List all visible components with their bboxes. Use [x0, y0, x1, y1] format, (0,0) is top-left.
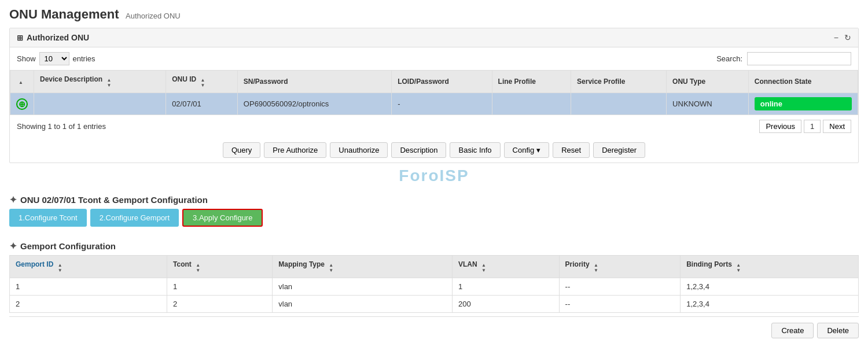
col-connection-state: Connection State [748, 71, 858, 93]
bottom-buttons: Create Delete [9, 316, 859, 341]
table-header-row: ▲ Device Description ▲▼ ONU ID ▲▼ SN/Pas… [10, 71, 858, 93]
col-line-profile: Line Profile [492, 71, 571, 93]
col-onu-id: ONU ID ▲▼ [166, 71, 238, 93]
table-row[interactable]: ⊕ 02/07/01 OP6900560092/optronics - UNKN… [10, 93, 858, 115]
onu-section-title-text: ONU 02/07/01 Tcont & Gemport Configurati… [20, 195, 208, 205]
sort-mapping: ▲▼ [329, 263, 333, 273]
pagination: Previous 1 Next [759, 120, 851, 133]
gemport-col-tcont: Tcont ▲▼ [167, 256, 273, 278]
unauthorize-button[interactable]: Unauthorize [330, 142, 388, 158]
gemport-id-1: 1 [10, 278, 167, 296]
gemport-section-title-text: Gemport Configuration [20, 241, 116, 251]
gemport-col-priority: Priority ▲▼ [559, 256, 681, 278]
row-select-circle[interactable]: ⊕ [16, 98, 28, 110]
minimize-icon[interactable]: − [834, 33, 838, 42]
gemport-table: Gemport ID ▲▼ Tcont ▲▼ Mapping Type ▲▼ [9, 255, 859, 313]
mapping-type-1: vlan [273, 278, 453, 296]
sort-binding: ▲▼ [736, 263, 741, 273]
priority-2: -- [559, 296, 681, 313]
row-onu-id: 02/07/01 [166, 93, 238, 115]
status-badge: online [755, 97, 852, 110]
gemport-col-vlan: VLAN ▲▼ [452, 256, 559, 278]
watermark: ForoISP [9, 163, 859, 189]
gemport-section: ✦ Gemport Configuration Gemport ID ▲▼ Tc… [9, 235, 859, 341]
gemport-row-1[interactable]: 1 1 vlan 1 -- 1,2,3,4 [10, 278, 859, 296]
tab-configure-tcont[interactable]: 1.Configure Tcont [9, 209, 87, 227]
sort-icon-select: ▲ [19, 80, 23, 85]
row-line-profile [492, 93, 571, 115]
page-subtitle: Authorized ONU [126, 12, 181, 20]
row-connection-state: online [748, 93, 858, 115]
sort-vlan: ▲▼ [481, 263, 486, 273]
table-footer: Showing 1 to 1 of 1 entries Previous 1 N… [10, 115, 858, 138]
deregister-button[interactable]: Deregister [593, 142, 645, 158]
sort-gemport-id: ▲▼ [58, 263, 62, 273]
page-number: 1 [804, 120, 821, 133]
entries-select[interactable]: 10 25 50 100 [39, 52, 69, 65]
row-select-cell[interactable]: ⊕ [10, 93, 34, 115]
gemport-section-title: ✦ Gemport Configuration [9, 235, 859, 255]
gemport-header-row: Gemport ID ▲▼ Tcont ▲▼ Mapping Type ▲▼ [10, 256, 859, 278]
row-service-profile [571, 93, 667, 115]
tab-apply-configure[interactable]: 3.Apply Configure [182, 209, 263, 227]
col-service-profile: Service Profile [571, 71, 667, 93]
col-onu-type: ONU Type [667, 71, 749, 93]
row-loid-password: - [392, 93, 492, 115]
col-loid-password: LOID/Password [392, 71, 492, 93]
delete-button[interactable]: Delete [817, 323, 859, 338]
search-bar: Search: [716, 52, 851, 65]
gemport-col-id: Gemport ID ▲▼ [10, 256, 167, 278]
pre-authorize-button[interactable]: Pre Authorize [264, 142, 326, 158]
previous-button[interactable]: Previous [759, 120, 801, 133]
priority-1: -- [559, 278, 681, 296]
mapping-type-2: vlan [273, 296, 453, 313]
col-sn-password: SN/Password [237, 71, 391, 93]
panel-header: ⊞ Authorized ONU − ↻ [10, 28, 858, 47]
sort-tcont: ▲▼ [196, 263, 200, 273]
panel-header-controls: − ↻ [834, 33, 851, 42]
page-title: ONU Management [9, 7, 119, 21]
binding-ports-2: 1,2,3,4 [681, 296, 859, 313]
onu-table: ▲ Device Description ▲▼ ONU ID ▲▼ SN/Pas… [10, 70, 858, 115]
next-button[interactable]: Next [823, 120, 851, 133]
binding-ports-1: 1,2,3,4 [681, 278, 859, 296]
config-tabs: 1.Configure Tcont 2.Configure Gemport 3.… [9, 209, 859, 227]
grid-icon: ⊞ [17, 34, 23, 42]
gemport-puzzle-icon: ✦ [9, 241, 17, 252]
create-button[interactable]: Create [771, 323, 814, 338]
panel-header-title: ⊞ Authorized ONU [17, 33, 89, 42]
puzzle-icon: ✦ [9, 194, 17, 205]
search-input[interactable] [747, 52, 851, 65]
gemport-id-2: 2 [10, 296, 167, 313]
show-entries-control: Show 10 25 50 100 entries [17, 52, 95, 65]
sort-priority: ▲▼ [594, 263, 598, 273]
tab-configure-gemport[interactable]: 2.Configure Gemport [90, 209, 179, 227]
panel-title-text: Authorized ONU [27, 33, 89, 42]
row-device-description [34, 93, 166, 115]
description-button[interactable]: Description [391, 142, 446, 158]
config-button[interactable]: Config [504, 142, 550, 158]
vlan-1: 1 [452, 278, 559, 296]
onu-section-title: ✦ ONU 02/07/01 Tcont & Gemport Configura… [9, 189, 859, 209]
gemport-col-binding: Binding Ports ▲▼ [681, 256, 859, 278]
panel-controls: Show 10 25 50 100 entries Search: [10, 47, 858, 70]
onu-panel: ⊞ Authorized ONU − ↻ Show 10 25 50 100 e… [9, 28, 859, 163]
reset-button[interactable]: Reset [553, 142, 590, 158]
refresh-icon[interactable]: ↻ [844, 33, 851, 42]
tcont-1: 1 [167, 278, 273, 296]
row-onu-type: UNKNOWN [667, 93, 749, 115]
col-device-description: Device Description ▲▼ [34, 71, 166, 93]
sort-icon-onu-id: ▲▼ [200, 77, 205, 88]
entries-label: entries [73, 54, 95, 63]
basic-info-button[interactable]: Basic Info [450, 142, 500, 158]
col-select: ▲ [10, 71, 34, 93]
row-sn-password: OP6900560092/optronics [237, 93, 391, 115]
onu-config-section: ✦ ONU 02/07/01 Tcont & Gemport Configura… [9, 189, 859, 341]
show-label: Show [17, 54, 36, 63]
query-button[interactable]: Query [223, 142, 260, 158]
sort-icon-device: ▲▼ [106, 77, 111, 88]
search-label: Search: [716, 54, 742, 63]
showing-text: Showing 1 to 1 of 1 entries [17, 122, 106, 131]
vlan-2: 200 [452, 296, 559, 313]
gemport-row-2[interactable]: 2 2 vlan 200 -- 1,2,3,4 [10, 296, 859, 313]
